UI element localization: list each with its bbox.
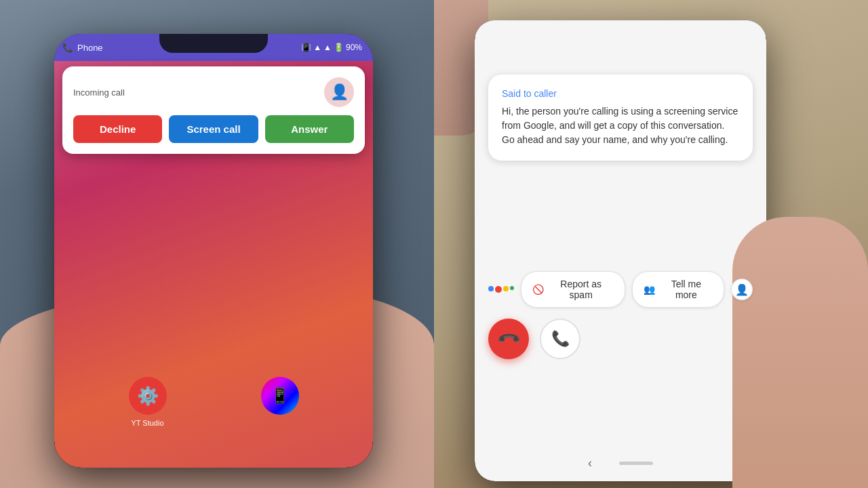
dot-sm-red (495, 286, 502, 293)
phone-right-device: Said to caller Hi, the person you're cal… (475, 20, 766, 481)
avatar-icon: 👤 (330, 83, 349, 101)
decline-phone-icon: 📞 (496, 326, 521, 351)
incoming-call-label: Incoming call (73, 87, 324, 98)
caller-avatar: 👤 (324, 77, 354, 107)
screening-actions: 🚫 Report as spam 👥 Tell me more 👤 (488, 271, 753, 308)
scene: 📞 Phone 📳 ▲ ▲ 🔋 90% Incoming call (0, 0, 868, 488)
google-dots-small (488, 286, 514, 293)
dot-sm-green (510, 286, 514, 290)
status-bar-right (475, 20, 766, 37)
vibrate-icon: 📳 (301, 43, 311, 52)
more-options-button[interactable]: 👤 (731, 279, 753, 300)
social-icon: 📱 (271, 387, 289, 405)
right-hand (732, 217, 868, 488)
status-left-app: 📞 Phone (62, 43, 103, 53)
tell-more-label: Tell me more (659, 279, 713, 300)
battery-icon: 🔋 (334, 43, 344, 52)
yt-studio-icon: ⚙️ (137, 386, 159, 407)
phone-left-device: 📞 Phone 📳 ▲ ▲ 🔋 90% Incoming call (54, 34, 373, 468)
decline-button[interactable]: Decline (73, 115, 162, 143)
call-buttons: Decline Screen call Answer (73, 115, 354, 143)
app-icon-yt-studio[interactable]: ⚙️ YT Studio (129, 377, 167, 427)
battery-percent: 90% (346, 43, 362, 52)
call-actions-right: 📞 📞 (488, 319, 753, 359)
caller-number-area: Incoming call (73, 87, 324, 98)
notch-left (159, 34, 268, 53)
status-icons-left: 📳 ▲ ▲ 🔋 90% (301, 43, 362, 52)
decline-call-button[interactable]: 📞 (488, 319, 529, 359)
screening-message-text: Hi, the person you're calling is using a… (502, 104, 739, 147)
answer-phone-icon: 📞 (551, 330, 570, 348)
screen-call-button[interactable]: Screen call (169, 115, 258, 143)
tell-more-icon: 👥 (644, 284, 655, 295)
phone-status-icon: 📞 (62, 43, 73, 53)
said-to-caller-label: Said to caller (502, 88, 739, 99)
yt-studio-label: YT Studio (131, 419, 163, 427)
nav-bar-right: ‹ (488, 456, 753, 470)
spam-icon: 🚫 (532, 284, 544, 295)
screening-card: Said to caller Hi, the person you're cal… (488, 75, 753, 161)
social-icon-circle: 📱 (261, 377, 299, 415)
report-spam-label: Report as spam (548, 279, 614, 300)
back-chevron[interactable]: ‹ (588, 456, 592, 470)
report-spam-button[interactable]: 🚫 Report as spam (521, 271, 625, 308)
right-phone-area: Said to caller Hi, the person you're cal… (434, 0, 868, 488)
app-icons-left: ⚙️ YT Studio 📱 (81, 377, 346, 427)
app-icon-social[interactable]: 📱 (261, 377, 299, 427)
dot-sm-yellow (503, 286, 509, 291)
tell-more-button[interactable]: 👥 Tell me more (632, 271, 724, 308)
phone-app-name: Phone (77, 43, 103, 53)
nav-pill[interactable] (619, 462, 653, 465)
wifi-icon: ▲ (313, 43, 321, 52)
incoming-call-card: Incoming call 👤 Decline Screen call Answ… (62, 66, 365, 154)
caller-info: Incoming call 👤 (73, 77, 354, 107)
yt-studio-icon-circle: ⚙️ (129, 377, 167, 415)
answer-call-button[interactable]: 📞 (540, 319, 580, 359)
more-options-icon: 👤 (735, 283, 749, 296)
left-phone-area: 📞 Phone 📳 ▲ ▲ 🔋 90% Incoming call (0, 0, 434, 488)
answer-button[interactable]: Answer (265, 115, 354, 143)
dot-sm-blue (488, 286, 494, 291)
signal-icon: ▲ (323, 43, 332, 52)
